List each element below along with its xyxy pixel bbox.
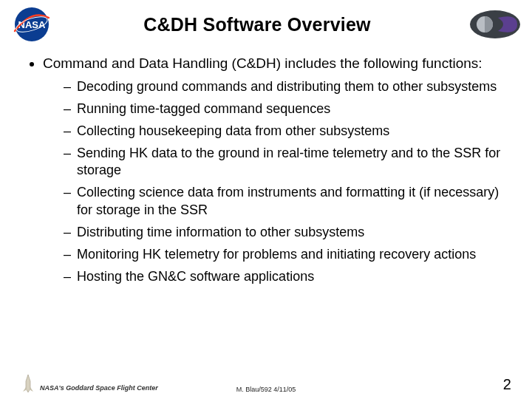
list-item-text: Collecting science data from instruments… bbox=[77, 185, 499, 216]
slide-footer: NASA's Goddard Space Flight Center M. Bl… bbox=[0, 374, 532, 393]
footer-org-text: NASA's Goddard Space Flight Center bbox=[40, 384, 158, 393]
list-item: Distributing time information to other s… bbox=[64, 224, 505, 241]
footer-left: NASA's Goddard Space Flight Center bbox=[21, 374, 184, 393]
list-item-text: Hosting the GN&C software applications bbox=[77, 269, 314, 284]
slide-title: C&DH Software Overview bbox=[64, 14, 458, 35]
mission-logo-icon bbox=[468, 9, 522, 40]
list-item-text: Distributing time information to other s… bbox=[77, 225, 364, 239]
footer-center-text: M. Blau/592 4/11/05 bbox=[184, 386, 347, 393]
list-item-text: Decoding ground commands and distributin… bbox=[77, 79, 497, 94]
sub-bullet-list: Decoding ground commands and distributin… bbox=[43, 78, 505, 284]
nasa-logo-icon: NASA bbox=[10, 6, 53, 43]
list-item: Collecting housekeeping data from other … bbox=[64, 123, 505, 140]
slide-header: NASA C&DH Software Overview bbox=[0, 0, 532, 43]
list-item-text: Monitoring HK telemetry for problems and… bbox=[77, 247, 476, 262]
list-item-text: Running time-tagged command sequences bbox=[77, 101, 330, 116]
rocket-icon bbox=[21, 374, 35, 393]
list-item: Hosting the GN&C software applications bbox=[64, 268, 505, 285]
page-number: 2 bbox=[348, 376, 511, 393]
list-item-text: Sending HK data to the ground in real-ti… bbox=[77, 146, 500, 177]
list-item: Sending HK data to the ground in real-ti… bbox=[64, 145, 505, 179]
list-item-text: Collecting housekeeping data from other … bbox=[77, 123, 389, 138]
nasa-logo-text: NASA bbox=[18, 19, 46, 30]
list-item: Decoding ground commands and distributin… bbox=[64, 78, 505, 95]
lead-bullet: Command and Data Handling (C&DH) include… bbox=[43, 55, 505, 285]
list-item: Monitoring HK telemetry for problems and… bbox=[64, 246, 505, 263]
slide-body: Command and Data Handling (C&DH) include… bbox=[0, 43, 532, 285]
top-bullet-list: Command and Data Handling (C&DH) include… bbox=[27, 55, 505, 285]
list-item: Running time-tagged command sequences bbox=[64, 100, 505, 117]
lead-text: Command and Data Handling (C&DH) include… bbox=[43, 55, 482, 71]
list-item: Collecting science data from instruments… bbox=[64, 184, 505, 218]
